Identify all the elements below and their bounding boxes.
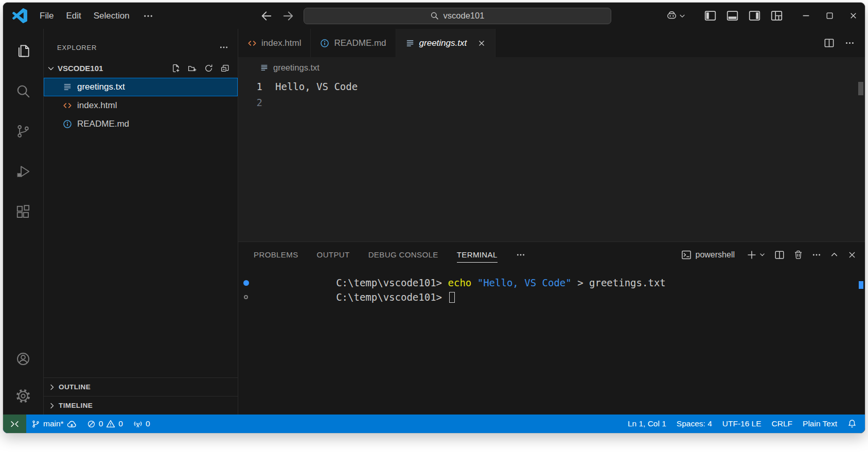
file-row-index-html[interactable]: index.html bbox=[44, 96, 238, 115]
extensions-icon[interactable] bbox=[3, 192, 43, 232]
menu-selection[interactable]: Selection bbox=[87, 3, 136, 29]
tab-greetings-txt[interactable]: greetings.txt bbox=[396, 29, 496, 57]
cursor-position-item[interactable]: Ln 1, Col 1 bbox=[623, 415, 671, 433]
panel-more-actions-icon[interactable] bbox=[812, 250, 821, 260]
panel-more-tabs-icon[interactable] bbox=[516, 250, 525, 260]
branch-status-item[interactable]: main* bbox=[26, 415, 82, 433]
workspace-name: VSCODE101 bbox=[58, 64, 103, 73]
activity-bar bbox=[3, 29, 44, 415]
new-folder-icon[interactable] bbox=[188, 64, 197, 73]
toggle-secondary-sidebar-icon[interactable] bbox=[749, 10, 760, 22]
menu-file[interactable]: File bbox=[33, 3, 60, 29]
split-editor-icon[interactable] bbox=[824, 38, 835, 48]
toggle-panel-icon[interactable] bbox=[727, 10, 738, 22]
menu-more-icon[interactable] bbox=[136, 11, 161, 21]
line-number: 1 bbox=[238, 79, 275, 95]
txt-file-icon bbox=[63, 82, 72, 92]
tab-label: greetings.txt bbox=[419, 38, 467, 48]
explorer-sidebar: EXPLORER VSCODE101 bbox=[44, 29, 238, 415]
editor-tab-bar: index.html README.md greetings.txt bbox=[238, 29, 865, 57]
port-count: 0 bbox=[146, 419, 150, 428]
txt-file-icon bbox=[405, 39, 415, 48]
toggle-primary-sidebar-icon[interactable] bbox=[704, 10, 716, 22]
tab-label: README.md bbox=[334, 38, 386, 48]
accounts-icon[interactable] bbox=[3, 340, 43, 377]
panel-tab-debug-console[interactable]: DEBUG CONSOLE bbox=[368, 242, 438, 267]
split-terminal-icon[interactable] bbox=[774, 250, 785, 260]
settings-gear-icon[interactable] bbox=[3, 377, 43, 415]
status-bar: main* 0 0 0 Ln 1, Col 1 Spaces: 4 UTF-16 bbox=[3, 415, 865, 433]
bottom-panel: PROBLEMS OUTPUT DEBUG CONSOLE TERMINAL bbox=[238, 241, 865, 415]
customize-layout-icon[interactable] bbox=[771, 10, 783, 22]
chevron-down-icon bbox=[679, 12, 686, 20]
command-success-decoration-icon[interactable] bbox=[238, 280, 254, 286]
maximize-panel-icon[interactable] bbox=[830, 250, 839, 259]
problems-status-item[interactable]: 0 0 bbox=[82, 415, 128, 433]
outline-section-header[interactable]: OUTLINE bbox=[44, 377, 238, 396]
run-and-debug-icon[interactable] bbox=[3, 151, 43, 192]
menu-edit[interactable]: Edit bbox=[60, 3, 87, 29]
terminal-prompt: C:\temp\vscode101> bbox=[336, 291, 448, 303]
go-forward-icon[interactable] bbox=[279, 7, 297, 25]
explorer-more-actions-icon[interactable] bbox=[219, 43, 228, 52]
vscode-logo-icon bbox=[12, 8, 27, 23]
breadcrumb-item[interactable]: greetings.txt bbox=[273, 63, 320, 73]
go-back-icon[interactable] bbox=[257, 7, 276, 25]
minimize-button[interactable] bbox=[794, 3, 818, 29]
workspace-folder-row[interactable]: VSCODE101 bbox=[44, 59, 238, 78]
copilot-menu[interactable] bbox=[661, 10, 691, 21]
terminal-profile-chevron-icon[interactable] bbox=[759, 251, 766, 258]
file-name: index.html bbox=[77, 100, 117, 111]
notifications-bell-icon[interactable] bbox=[842, 415, 862, 433]
tab-index-html[interactable]: index.html bbox=[238, 29, 311, 57]
section-label: OUTLINE bbox=[59, 383, 91, 391]
language-mode-item[interactable]: Plain Text bbox=[798, 415, 842, 433]
terminal-view[interactable]: C:\temp\vscode101> echo "Hello, VS Code"… bbox=[238, 267, 865, 415]
title-bar: File Edit Selection vscode101 bbox=[3, 3, 865, 29]
file-name: greetings.txt bbox=[77, 82, 125, 92]
copilot-icon bbox=[666, 10, 677, 21]
close-panel-icon[interactable] bbox=[847, 250, 857, 260]
terminal-shell-item[interactable]: powershell bbox=[681, 250, 735, 260]
close-button[interactable] bbox=[841, 3, 865, 29]
file-row-greetings-txt[interactable]: greetings.txt bbox=[44, 78, 238, 96]
command-center-search[interactable]: vscode101 bbox=[304, 8, 611, 24]
indentation-item[interactable]: Spaces: 4 bbox=[671, 415, 717, 433]
editor-code-area[interactable]: 1Hello, VS Code 2 bbox=[238, 78, 865, 241]
command-pending-decoration-icon[interactable] bbox=[238, 295, 254, 299]
code-line: 1Hello, VS Code bbox=[238, 79, 865, 95]
timeline-section-header[interactable]: TIMELINE bbox=[44, 396, 238, 415]
errors-icon bbox=[87, 420, 96, 428]
file-row-readme-md[interactable]: README.md bbox=[44, 115, 238, 133]
vscode-window: File Edit Selection vscode101 bbox=[3, 2, 865, 434]
kill-terminal-icon[interactable] bbox=[793, 250, 803, 260]
terminal-string-arg: "Hello, VS Code" bbox=[471, 277, 571, 288]
new-file-icon[interactable] bbox=[171, 64, 180, 73]
panel-tab-problems[interactable]: PROBLEMS bbox=[254, 242, 298, 267]
remote-indicator[interactable] bbox=[3, 415, 26, 433]
panel-tab-terminal[interactable]: TERMINAL bbox=[457, 242, 498, 267]
explorer-icon[interactable] bbox=[3, 31, 43, 71]
collapse-all-icon[interactable] bbox=[221, 64, 229, 73]
file-name: README.md bbox=[77, 119, 129, 129]
refresh-icon[interactable] bbox=[204, 64, 213, 73]
panel-tab-output[interactable]: OUTPUT bbox=[317, 242, 350, 267]
terminal-cursor bbox=[449, 292, 455, 303]
close-tab-icon[interactable] bbox=[477, 39, 486, 47]
git-branch-icon bbox=[31, 420, 40, 428]
tab-label: index.html bbox=[261, 38, 301, 48]
maximize-button[interactable] bbox=[818, 3, 841, 29]
new-terminal-icon[interactable] bbox=[747, 250, 757, 260]
line-number: 2 bbox=[238, 95, 275, 111]
editor-more-actions-icon[interactable] bbox=[845, 38, 855, 48]
ports-status-item[interactable]: 0 bbox=[128, 415, 155, 433]
tab-readme-md[interactable]: README.md bbox=[311, 29, 396, 57]
breadcrumb[interactable]: greetings.txt bbox=[238, 57, 865, 78]
editor-scrollbar[interactable] bbox=[858, 82, 863, 95]
search-view-icon[interactable] bbox=[3, 71, 43, 111]
source-control-icon[interactable] bbox=[3, 111, 43, 151]
encoding-item[interactable]: UTF-16 LE bbox=[717, 415, 767, 433]
html-file-icon bbox=[247, 39, 257, 48]
eol-item[interactable]: CRLF bbox=[767, 415, 798, 433]
command-center-value: vscode101 bbox=[444, 11, 485, 21]
